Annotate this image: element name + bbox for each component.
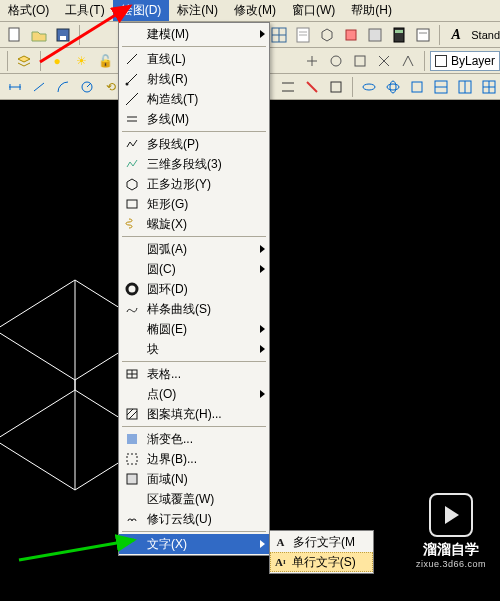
textstyle-icon[interactable]: A <box>445 24 467 46</box>
grid-icon[interactable] <box>268 24 290 46</box>
tool-a-icon[interactable] <box>301 50 323 72</box>
menu-dim[interactable]: 标注(N) <box>169 0 226 21</box>
menu-window[interactable]: 窗口(W) <box>284 0 343 21</box>
svg-point-35 <box>390 81 396 93</box>
tb3-c-icon[interactable] <box>325 76 347 98</box>
dim-c-icon[interactable] <box>52 76 74 98</box>
svg-line-44 <box>0 390 75 440</box>
svg-point-21 <box>331 56 341 66</box>
new-icon[interactable] <box>4 24 26 46</box>
menu-wipeout[interactable]: 区域覆盖(W) <box>119 489 269 509</box>
svg-rect-54 <box>127 200 137 208</box>
menu-ellipse[interactable]: 椭圆(E) <box>119 319 269 339</box>
svg-rect-16 <box>394 28 404 42</box>
menu-donut[interactable]: 圆环(D) <box>119 279 269 299</box>
open-icon[interactable] <box>28 24 50 46</box>
menu-region[interactable]: 面域(N) <box>119 469 269 489</box>
menu-format[interactable]: 格式(O) <box>0 0 57 21</box>
tool-e-icon[interactable] <box>397 50 419 72</box>
svg-rect-0 <box>9 28 19 41</box>
menu-rect[interactable]: 矩形(G) <box>119 194 269 214</box>
svg-point-55 <box>127 284 137 294</box>
props-icon[interactable] <box>412 24 434 46</box>
play-icon <box>429 493 473 537</box>
bulb-icon[interactable]: ● <box>46 50 68 72</box>
layer-icon[interactable] <box>13 50 35 72</box>
menu-point[interactable]: 点(O) <box>119 384 269 404</box>
menu-revcloud[interactable]: 修订云线(U) <box>119 509 269 529</box>
menu-gradient[interactable]: 渐变色... <box>119 429 269 449</box>
menu-polygon[interactable]: 正多边形(Y) <box>119 174 269 194</box>
menu-pline3d[interactable]: 三维多段线(3) <box>119 154 269 174</box>
svg-rect-14 <box>346 30 356 40</box>
tool-d-icon[interactable] <box>373 50 395 72</box>
menu-xline[interactable]: 构造线(T) <box>119 89 269 109</box>
dim-d-icon[interactable] <box>76 76 98 98</box>
menu-line[interactable]: 直线(L) <box>119 49 269 69</box>
paint-icon[interactable] <box>340 24 362 46</box>
bylayer-dropdown[interactable]: ByLayer <box>430 51 500 71</box>
sun-icon[interactable]: ☀ <box>70 50 92 72</box>
lock-icon[interactable]: 🔓 <box>94 50 116 72</box>
svg-line-60 <box>127 409 133 415</box>
submenu-dtext[interactable]: AI单行文字(S) <box>270 552 373 572</box>
menu-hatch[interactable]: 图案填充(H)... <box>119 404 269 424</box>
svg-point-27 <box>82 82 92 92</box>
color-swatch-icon <box>435 55 447 67</box>
svg-marker-53 <box>127 179 137 190</box>
menu-arc[interactable]: 圆弧(A) <box>119 239 269 259</box>
dim-a-icon[interactable] <box>4 76 26 98</box>
svg-rect-64 <box>127 474 137 484</box>
svg-line-28 <box>87 83 91 87</box>
menu-table[interactable]: 表格... <box>119 364 269 384</box>
watermark-name: 溜溜自学 <box>416 541 486 559</box>
svg-line-50 <box>126 93 138 105</box>
options-icon[interactable] <box>364 24 386 46</box>
tb3-b-icon[interactable] <box>301 76 323 98</box>
svg-rect-8 <box>272 28 286 42</box>
menu-help[interactable]: 帮助(H) <box>343 0 400 21</box>
submenu-mtext[interactable]: A多行文字(M <box>270 532 373 552</box>
menu-spline[interactable]: 样条曲线(S) <box>119 299 269 319</box>
dim-b-icon[interactable] <box>28 76 50 98</box>
svg-line-48 <box>127 74 137 84</box>
sheet-icon[interactable] <box>292 24 314 46</box>
tool-b-icon[interactable] <box>325 50 347 72</box>
menu-tools[interactable]: 工具(T) <box>57 0 112 21</box>
watermark-url: zixue.3d66.com <box>416 559 486 569</box>
svg-rect-63 <box>127 454 137 464</box>
tb3-f-icon[interactable] <box>406 76 428 98</box>
menu-draw[interactable]: 绘图(D) <box>113 0 170 21</box>
svg-point-49 <box>126 83 129 86</box>
menu-mline[interactable]: 多线(M) <box>119 109 269 129</box>
text-submenu: A多行文字(M AI单行文字(S) <box>269 530 374 574</box>
menu-modeling[interactable]: 建模(M) <box>119 24 269 44</box>
tb3-a-icon[interactable] <box>277 76 299 98</box>
menu-block[interactable]: 块 <box>119 339 269 359</box>
tb3-e-icon[interactable] <box>382 76 404 98</box>
tb3-i-icon[interactable] <box>478 76 500 98</box>
tool-c-icon[interactable] <box>349 50 371 72</box>
menu-text[interactable]: 文字(X) <box>119 534 269 554</box>
svg-rect-17 <box>395 30 403 33</box>
menu-pline[interactable]: 多段线(P) <box>119 134 269 154</box>
tb3-h-icon[interactable] <box>454 76 476 98</box>
draw-menu: 建模(M) 直线(L) 射线(R) 构造线(T) 多线(M) 多段线(P) 三维… <box>118 22 270 556</box>
menu-ray[interactable]: 射线(R) <box>119 69 269 89</box>
svg-point-34 <box>387 84 399 90</box>
save-icon[interactable] <box>52 24 74 46</box>
tb3-g-icon[interactable] <box>430 76 452 98</box>
cube-icon[interactable] <box>316 24 338 46</box>
menu-helix[interactable]: 螺旋(X) <box>119 214 269 234</box>
svg-rect-41 <box>483 81 495 93</box>
tb3-d-icon[interactable] <box>358 76 380 98</box>
svg-rect-37 <box>435 81 447 93</box>
menu-boundary[interactable]: 边界(B)... <box>119 449 269 469</box>
svg-rect-62 <box>127 434 137 444</box>
menubar: 格式(O) 工具(T) 绘图(D) 标注(N) 修改(M) 窗口(W) 帮助(H… <box>0 0 500 22</box>
svg-point-33 <box>363 84 375 90</box>
menu-modify[interactable]: 修改(M) <box>226 0 284 21</box>
calc-icon[interactable] <box>388 24 410 46</box>
stand-label: Stand <box>471 29 500 41</box>
menu-circle[interactable]: 圆(C) <box>119 259 269 279</box>
